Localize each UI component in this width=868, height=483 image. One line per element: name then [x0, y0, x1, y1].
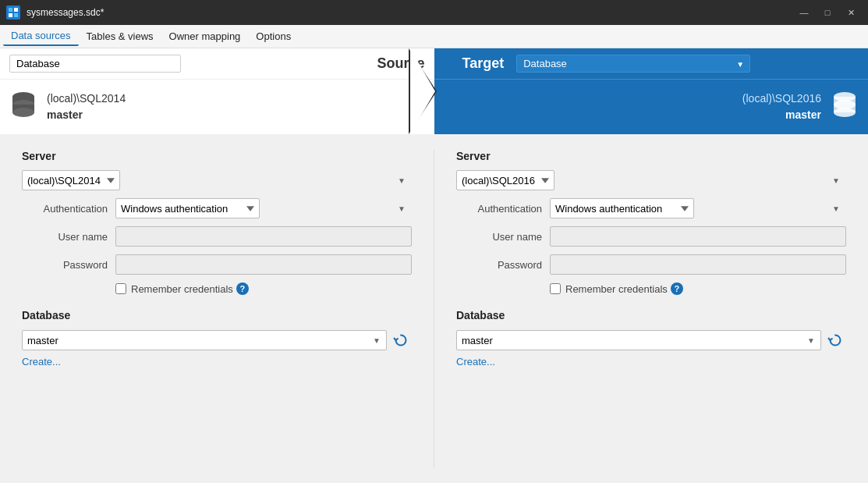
source-refresh-button[interactable]: [390, 329, 412, 351]
target-db-icon: [831, 91, 859, 124]
source-database-section-title: Database: [22, 309, 412, 321]
target-refresh-button[interactable]: [824, 329, 846, 351]
target-remember-help-icon[interactable]: ?: [671, 282, 683, 295]
source-username-row: User name: [22, 226, 412, 247]
source-auth-select[interactable]: Windows authentication SQL Server authen…: [115, 198, 260, 218]
source-db-details: (local)\SQL2014 master: [47, 91, 126, 123]
source-info: (local)\SQL2014 master: [0, 80, 434, 134]
source-server-row: (local)\SQL2014 ▼: [22, 170, 412, 190]
menu-options[interactable]: Options: [248, 27, 299, 45]
source-password-label: Password: [22, 259, 108, 271]
form-area: Server (local)\SQL2014 ▼ Authentication …: [0, 134, 868, 483]
source-db-icon: [9, 91, 37, 124]
source-remember-label: Remember credentials: [131, 283, 233, 295]
target-remember-label: Remember credentials: [565, 283, 668, 295]
target-password-input[interactable]: [550, 254, 846, 275]
target-db-type-select[interactable]: Database: [516, 55, 750, 73]
source-database-select[interactable]: master: [22, 330, 387, 350]
source-form: Server (local)\SQL2014 ▼ Authentication …: [0, 150, 434, 467]
menu-owner-mapping[interactable]: Owner mapping: [161, 27, 249, 45]
target-auth-label: Authentication: [456, 203, 542, 215]
title-bar: sysmessages.sdc* — □ ✕: [0, 0, 868, 25]
header-area: Database Source (local)\SQL2014 master: [0, 48, 868, 134]
target-auth-wrap: Windows authentication SQL Server authen…: [550, 198, 846, 218]
source-database-section: Database master ▼ Create...: [22, 309, 412, 368]
source-auth-wrap: Windows authentication SQL Server authen…: [115, 198, 412, 218]
target-password-label: Password: [456, 259, 542, 271]
maximize-button[interactable]: □: [817, 4, 838, 21]
source-create-link[interactable]: Create...: [22, 356, 61, 368]
source-auth-chevron: ▼: [398, 204, 406, 213]
svg-rect-1: [14, 8, 18, 12]
source-db-type-select[interactable]: Database: [9, 55, 181, 73]
source-server-chevron: ▼: [398, 176, 406, 185]
source-password-input[interactable]: [115, 254, 412, 275]
target-server-chevron: ▼: [832, 176, 840, 185]
source-server-section-title: Server: [22, 150, 412, 162]
svg-rect-2: [9, 13, 12, 17]
source-db-selector: Database Source: [0, 48, 434, 80]
source-auth-row: Authentication Windows authentication SQ…: [22, 198, 412, 218]
source-server-name: (local)\SQL2014: [47, 91, 126, 107]
source-remember-row: Remember credentials ?: [115, 282, 412, 295]
target-database-section-title: Database: [456, 309, 846, 321]
target-database-select[interactable]: master: [456, 330, 821, 350]
target-header: Target Database ▼ (local)\SQL2016 master: [434, 48, 869, 134]
source-database-wrap: master ▼: [22, 330, 387, 350]
source-password-row: Password: [22, 254, 412, 275]
target-auth-row: Authentication Windows authentication SQ…: [456, 198, 846, 218]
menu-bar: Data sources Tables & views Owner mappin…: [0, 25, 868, 48]
source-db-type-wrap: Database: [9, 55, 364, 73]
target-header-top: Target Database ▼: [434, 48, 869, 80]
target-username-input[interactable]: [550, 226, 846, 247]
svg-rect-3: [14, 13, 18, 17]
svg-point-13: [834, 108, 856, 117]
menu-data-sources[interactable]: Data sources: [3, 27, 79, 46]
source-remember-help-icon[interactable]: ?: [236, 282, 249, 295]
target-server-row: (local)\SQL2016 ▼: [456, 170, 846, 190]
target-form: Server (local)\SQL2016 ▼ Authentication …: [434, 150, 868, 467]
target-database-row: master ▼: [456, 329, 846, 351]
source-user-label: User name: [22, 231, 108, 243]
close-button[interactable]: ✕: [840, 4, 862, 21]
source-database-row: master ▼: [22, 329, 412, 351]
app-icon: [6, 5, 20, 20]
target-label: Target: [462, 55, 505, 72]
target-username-row: User name: [456, 226, 846, 247]
target-db-details: (local)\SQL2016 master: [742, 91, 821, 123]
target-database-section: Database master ▼ Create...: [456, 309, 846, 368]
source-auth-label: Authentication: [22, 203, 108, 215]
target-create-link[interactable]: Create...: [456, 356, 495, 368]
target-database-wrap: master ▼: [456, 330, 821, 350]
target-password-row: Password: [456, 254, 846, 275]
menu-tables-views[interactable]: Tables & views: [79, 27, 161, 45]
target-auth-chevron: ▼: [832, 204, 840, 213]
source-server-wrap: (local)\SQL2014 ▼: [22, 170, 412, 190]
source-remember-checkbox[interactable]: [115, 283, 126, 294]
target-remember-row: Remember credentials ?: [550, 282, 846, 295]
target-info: (local)\SQL2016 master: [434, 80, 869, 134]
target-database-name: master: [742, 107, 821, 123]
source-server-select[interactable]: (local)\SQL2014: [22, 170, 120, 190]
target-remember-checkbox[interactable]: [550, 283, 561, 294]
svg-point-8: [12, 108, 34, 117]
target-server-section-title: Server: [456, 150, 846, 162]
target-user-label: User name: [456, 231, 542, 243]
target-auth-select[interactable]: Windows authentication SQL Server authen…: [550, 198, 694, 218]
window-title: sysmessages.sdc*: [27, 7, 793, 18]
source-header: Database Source (local)\SQL2014 master: [0, 48, 434, 134]
source-database-name: master: [47, 107, 126, 123]
window-controls: — □ ✕: [793, 4, 862, 21]
source-username-input[interactable]: [115, 226, 412, 247]
target-server-name: (local)\SQL2016: [742, 91, 821, 107]
svg-rect-0: [9, 8, 12, 12]
target-server-wrap: (local)\SQL2016 ▼: [456, 170, 846, 190]
minimize-button[interactable]: —: [793, 4, 815, 21]
target-server-select[interactable]: (local)\SQL2016: [456, 170, 554, 190]
target-db-type-wrap: Database ▼: [516, 55, 750, 73]
